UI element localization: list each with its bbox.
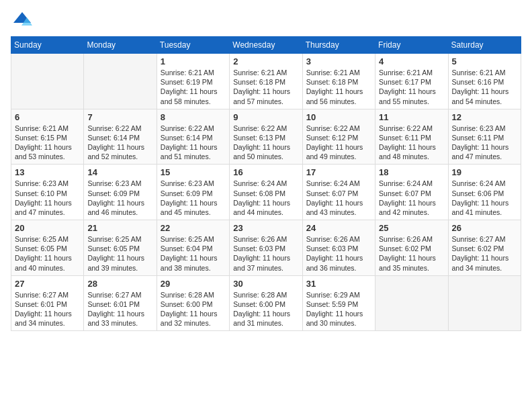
day-info: Sunrise: 6:23 AM Sunset: 6:09 PM Dayligh… [161, 179, 226, 217]
calendar-cell: 17Sunrise: 6:24 AM Sunset: 6:07 PM Dayli… [302, 165, 375, 220]
calendar-cell: 12Sunrise: 6:23 AM Sunset: 6:11 PM Dayli… [448, 109, 521, 165]
calendar-cell: 5Sunrise: 6:21 AM Sunset: 6:16 PM Daylig… [448, 54, 521, 109]
day-number: 9 [233, 112, 298, 122]
calendar-cell: 19Sunrise: 6:24 AM Sunset: 6:06 PM Dayli… [448, 165, 521, 220]
logo [11, 11, 32, 31]
calendar-cell: 26Sunrise: 6:27 AM Sunset: 6:02 PM Dayli… [448, 220, 521, 276]
calendar-cell: 6Sunrise: 6:21 AM Sunset: 6:15 PM Daylig… [11, 109, 84, 165]
week-row-5: 27Sunrise: 6:27 AM Sunset: 6:01 PM Dayli… [11, 275, 521, 331]
calendar-cell: 9Sunrise: 6:22 AM Sunset: 6:13 PM Daylig… [230, 109, 302, 165]
calendar-cell: 23Sunrise: 6:26 AM Sunset: 6:03 PM Dayli… [230, 220, 302, 276]
day-info: Sunrise: 6:25 AM Sunset: 6:05 PM Dayligh… [15, 234, 80, 273]
day-header-thursday: Thursday [302, 37, 375, 54]
day-info: Sunrise: 6:27 AM Sunset: 6:01 PM Dayligh… [15, 290, 80, 328]
day-info: Sunrise: 6:22 AM Sunset: 6:11 PM Dayligh… [379, 124, 444, 162]
calendar-cell: 31Sunrise: 6:29 AM Sunset: 5:59 PM Dayli… [302, 275, 375, 331]
day-number: 6 [15, 112, 80, 122]
day-info: Sunrise: 6:22 AM Sunset: 6:13 PM Dayligh… [233, 124, 298, 162]
day-number: 24 [306, 223, 371, 233]
day-header-friday: Friday [375, 37, 448, 54]
day-number: 5 [452, 56, 517, 66]
day-info: Sunrise: 6:24 AM Sunset: 6:07 PM Dayligh… [306, 179, 371, 217]
calendar-cell: 3Sunrise: 6:21 AM Sunset: 6:18 PM Daylig… [302, 54, 375, 109]
day-info: Sunrise: 6:21 AM Sunset: 6:19 PM Dayligh… [161, 68, 226, 106]
day-info: Sunrise: 6:24 AM Sunset: 6:07 PM Dayligh… [379, 179, 444, 217]
calendar-cell: 25Sunrise: 6:26 AM Sunset: 6:02 PM Dayli… [375, 220, 448, 276]
day-info: Sunrise: 6:21 AM Sunset: 6:18 PM Dayligh… [233, 68, 298, 106]
logo-icon [12, 11, 32, 31]
day-number: 19 [452, 167, 517, 177]
calendar-cell [84, 54, 157, 109]
day-number: 2 [233, 56, 298, 66]
day-info: Sunrise: 6:24 AM Sunset: 6:08 PM Dayligh… [233, 179, 298, 217]
calendar-cell: 11Sunrise: 6:22 AM Sunset: 6:11 PM Dayli… [375, 109, 448, 165]
calendar-cell: 13Sunrise: 6:23 AM Sunset: 6:10 PM Dayli… [11, 165, 84, 220]
calendar-cell [11, 54, 84, 109]
day-info: Sunrise: 6:29 AM Sunset: 5:59 PM Dayligh… [306, 290, 371, 328]
day-number: 1 [161, 56, 226, 66]
day-info: Sunrise: 6:26 AM Sunset: 6:03 PM Dayligh… [233, 234, 298, 273]
day-info: Sunrise: 6:21 AM Sunset: 6:18 PM Dayligh… [306, 68, 371, 106]
day-number: 22 [161, 223, 226, 233]
day-info: Sunrise: 6:23 AM Sunset: 6:11 PM Dayligh… [452, 124, 517, 162]
day-number: 10 [306, 112, 371, 122]
day-info: Sunrise: 6:22 AM Sunset: 6:14 PM Dayligh… [87, 124, 152, 162]
day-number: 16 [233, 167, 298, 177]
day-info: Sunrise: 6:27 AM Sunset: 6:01 PM Dayligh… [87, 290, 152, 328]
week-row-3: 13Sunrise: 6:23 AM Sunset: 6:10 PM Dayli… [11, 165, 521, 220]
calendar-cell [375, 275, 448, 331]
day-info: Sunrise: 6:25 AM Sunset: 6:05 PM Dayligh… [87, 234, 152, 273]
day-header-sunday: Sunday [11, 37, 84, 54]
day-info: Sunrise: 6:26 AM Sunset: 6:02 PM Dayligh… [379, 234, 444, 273]
week-row-2: 6Sunrise: 6:21 AM Sunset: 6:15 PM Daylig… [11, 109, 521, 165]
calendar-cell: 28Sunrise: 6:27 AM Sunset: 6:01 PM Dayli… [84, 275, 157, 331]
day-number: 12 [452, 112, 517, 122]
day-number: 25 [379, 223, 444, 233]
calendar-cell: 7Sunrise: 6:22 AM Sunset: 6:14 PM Daylig… [84, 109, 157, 165]
day-number: 14 [87, 167, 152, 177]
day-number: 31 [306, 279, 371, 289]
day-number: 15 [161, 167, 226, 177]
day-info: Sunrise: 6:22 AM Sunset: 6:14 PM Dayligh… [161, 124, 226, 162]
calendar-cell: 22Sunrise: 6:25 AM Sunset: 6:04 PM Dayli… [157, 220, 229, 276]
day-number: 13 [15, 167, 80, 177]
calendar-cell: 29Sunrise: 6:28 AM Sunset: 6:00 PM Dayli… [157, 275, 229, 331]
day-info: Sunrise: 6:21 AM Sunset: 6:16 PM Dayligh… [452, 68, 517, 106]
day-number: 29 [161, 279, 226, 289]
calendar-cell: 18Sunrise: 6:24 AM Sunset: 6:07 PM Dayli… [375, 165, 448, 220]
calendar-cell: 21Sunrise: 6:25 AM Sunset: 6:05 PM Dayli… [84, 220, 157, 276]
day-info: Sunrise: 6:27 AM Sunset: 6:02 PM Dayligh… [452, 234, 517, 273]
calendar-cell: 27Sunrise: 6:27 AM Sunset: 6:01 PM Dayli… [11, 275, 84, 331]
week-row-1: 1Sunrise: 6:21 AM Sunset: 6:19 PM Daylig… [11, 54, 521, 109]
day-info: Sunrise: 6:23 AM Sunset: 6:10 PM Dayligh… [15, 179, 80, 217]
day-info: Sunrise: 6:25 AM Sunset: 6:04 PM Dayligh… [161, 234, 226, 273]
day-number: 28 [87, 279, 152, 289]
calendar-cell: 4Sunrise: 6:21 AM Sunset: 6:17 PM Daylig… [375, 54, 448, 109]
calendar-cell: 14Sunrise: 6:23 AM Sunset: 6:09 PM Dayli… [84, 165, 157, 220]
calendar-cell: 16Sunrise: 6:24 AM Sunset: 6:08 PM Dayli… [230, 165, 302, 220]
day-number: 20 [15, 223, 80, 233]
day-info: Sunrise: 6:28 AM Sunset: 6:00 PM Dayligh… [233, 290, 298, 328]
day-number: 11 [379, 112, 444, 122]
calendar-cell: 10Sunrise: 6:22 AM Sunset: 6:12 PM Dayli… [302, 109, 375, 165]
day-number: 21 [87, 223, 152, 233]
calendar-cell: 8Sunrise: 6:22 AM Sunset: 6:14 PM Daylig… [157, 109, 229, 165]
calendar-cell: 15Sunrise: 6:23 AM Sunset: 6:09 PM Dayli… [157, 165, 229, 220]
week-row-4: 20Sunrise: 6:25 AM Sunset: 6:05 PM Dayli… [11, 220, 521, 276]
day-header-saturday: Saturday [448, 37, 521, 54]
day-header-tuesday: Tuesday [157, 37, 229, 54]
day-info: Sunrise: 6:22 AM Sunset: 6:12 PM Dayligh… [306, 124, 371, 162]
day-number: 17 [306, 167, 371, 177]
day-info: Sunrise: 6:21 AM Sunset: 6:17 PM Dayligh… [379, 68, 444, 106]
calendar-cell: 24Sunrise: 6:26 AM Sunset: 6:03 PM Dayli… [302, 220, 375, 276]
calendar-cell [448, 275, 521, 331]
calendar-table: SundayMondayTuesdayWednesdayThursdayFrid… [11, 36, 521, 331]
day-header-wednesday: Wednesday [230, 37, 302, 54]
day-info: Sunrise: 6:24 AM Sunset: 6:06 PM Dayligh… [452, 179, 517, 217]
day-info: Sunrise: 6:26 AM Sunset: 6:03 PM Dayligh… [306, 234, 371, 273]
day-number: 7 [87, 112, 152, 122]
calendar-cell: 30Sunrise: 6:28 AM Sunset: 6:00 PM Dayli… [230, 275, 302, 331]
calendar-cell: 1Sunrise: 6:21 AM Sunset: 6:19 PM Daylig… [157, 54, 229, 109]
calendar-cell: 20Sunrise: 6:25 AM Sunset: 6:05 PM Dayli… [11, 220, 84, 276]
day-header-monday: Monday [84, 37, 157, 54]
